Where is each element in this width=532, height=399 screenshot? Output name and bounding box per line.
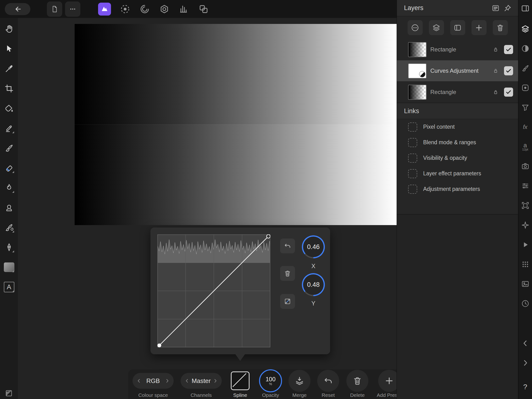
lock-icon[interactable] [493,89,499,95]
link-row-visibility[interactable]: Visibility & opacity [397,150,518,166]
curve-node-end[interactable] [267,235,270,238]
spline-button[interactable] [231,372,249,390]
stock-studio-button[interactable] [520,279,531,289]
grid-studio-button[interactable] [520,259,531,270]
burn-brush-tool[interactable] [3,182,15,194]
colour-space-value: RGB [146,377,160,385]
effects-studio-button[interactable]: fx [520,121,531,133]
tone-mapping-persona-button[interactable] [178,4,190,15]
curve-node-start[interactable] [157,343,161,347]
layer-row-curves-adjustment[interactable]: Curves Adjustment [397,60,518,82]
delete-button[interactable] [346,370,368,392]
merge-button[interactable] [288,370,310,392]
link-row-blend-mode[interactable]: Blend mode & ranges [397,135,518,150]
reset-spline-button[interactable] [280,294,295,309]
pin-panel-button[interactable] [502,2,513,14]
visibility-checkbox[interactable] [504,66,513,75]
gradient-rectangle-bottom [75,124,397,225]
text-studio-button[interactable]: a 12pt [520,141,531,152]
y-value-dial[interactable]: 0.48 [302,273,325,296]
document-canvas[interactable] [75,24,397,225]
transform-studio-button[interactable] [520,200,531,211]
add-layer-button[interactable] [471,20,487,35]
collapse-right-button[interactable] [518,359,532,367]
more-options-button[interactable] [65,1,80,17]
collapse-left-button[interactable] [518,339,532,347]
brushes-studio-button[interactable] [520,63,531,74]
gradient-fill-tool[interactable] [3,261,15,273]
lock-icon[interactable] [493,68,499,74]
split-view-toggle[interactable] [5,389,13,397]
pen-tool[interactable] [3,242,15,253]
layer-row-rectangle-top[interactable]: Rectangle [397,39,518,60]
undo-node-button[interactable] [280,239,295,253]
reset-button[interactable] [317,370,339,392]
develop-studio-button[interactable] [520,180,531,191]
link-row-adjustment-parameters[interactable]: Adjustment parameters [397,181,518,197]
colour-picker-tool[interactable] [3,63,15,74]
chevron-right-icon[interactable] [165,378,170,384]
crop-tool[interactable] [3,83,15,94]
layers-panel-header: Layers [397,0,518,16]
help-button[interactable]: ? [518,383,532,391]
chevron-left-icon[interactable] [184,378,190,384]
swatches-studio-button[interactable] [520,82,531,93]
paint-brush-tool[interactable] [3,142,15,154]
macros-studio-button[interactable] [520,239,531,250]
move-tool[interactable] [3,43,15,55]
link-checkbox[interactable] [408,154,417,163]
chevron-right-icon[interactable] [213,378,218,384]
dodge-brush-tool[interactable] [3,122,15,134]
document-menu-button[interactable] [47,1,62,17]
camera-studio-button[interactable] [520,161,531,172]
filters-studio-button[interactable] [520,102,531,113]
resize-icon [521,201,530,210]
link-row-pixel-content[interactable]: Pixel content [397,119,518,135]
photo-persona-icon [100,4,109,14]
link-checkbox[interactable] [408,169,417,178]
reset-spline-icon [284,298,291,305]
export-persona-button[interactable] [198,4,209,15]
merge-layers-button[interactable] [429,20,444,35]
delete-control: Delete [346,369,368,399]
delete-layer-button[interactable] [493,20,508,35]
liquify-persona-button[interactable] [139,4,150,15]
curve-editor[interactable] [157,234,270,347]
visibility-checkbox[interactable] [504,45,513,54]
tools-toolbar: A [0,18,18,399]
text-tool[interactable]: A [3,281,15,293]
mask-layer-button[interactable] [450,20,465,35]
clone-stamp-tool[interactable] [3,202,15,213]
layers-studio-button[interactable] [520,23,531,34]
text-tool-icon: A [4,282,14,292]
delete-node-button[interactable] [280,266,295,281]
link-checkbox[interactable] [408,185,417,194]
colour-space-selector[interactable]: RGB [133,373,174,389]
chevron-left-icon[interactable] [136,378,142,384]
visibility-checkbox[interactable] [504,88,513,97]
photo-persona-button[interactable] [98,3,111,16]
x-value-dial[interactable]: 0.46 [302,235,325,258]
back-button[interactable] [5,3,30,15]
develop-persona-button[interactable] [159,4,170,15]
lock-icon[interactable] [493,46,499,53]
link-checkbox[interactable] [408,122,417,132]
flood-fill-tool[interactable] [3,103,15,114]
view-hand-tool[interactable] [3,23,15,35]
clock-icon [521,299,530,308]
link-checkbox[interactable] [408,138,417,147]
erase-brush-tool[interactable] [3,162,15,174]
healing-brush-tool[interactable] [3,222,15,233]
navigator-studio-button[interactable] [520,220,531,231]
link-row-layer-effects[interactable]: Layer effect parameters [397,166,518,181]
opacity-dial[interactable]: 100 % [259,369,282,392]
toggle-panels-button[interactable] [518,4,532,13]
layer-more-options-button[interactable] [408,20,423,35]
layer-row-rectangle-bottom[interactable]: Rectangle [397,82,518,103]
channels-selector[interactable]: Master [181,373,222,389]
adjustments-studio-button[interactable] [520,43,531,54]
trash-icon [352,376,362,386]
selections-persona-button[interactable] [120,4,131,15]
history-studio-button[interactable] [520,298,531,309]
layer-options-button[interactable] [490,2,502,14]
